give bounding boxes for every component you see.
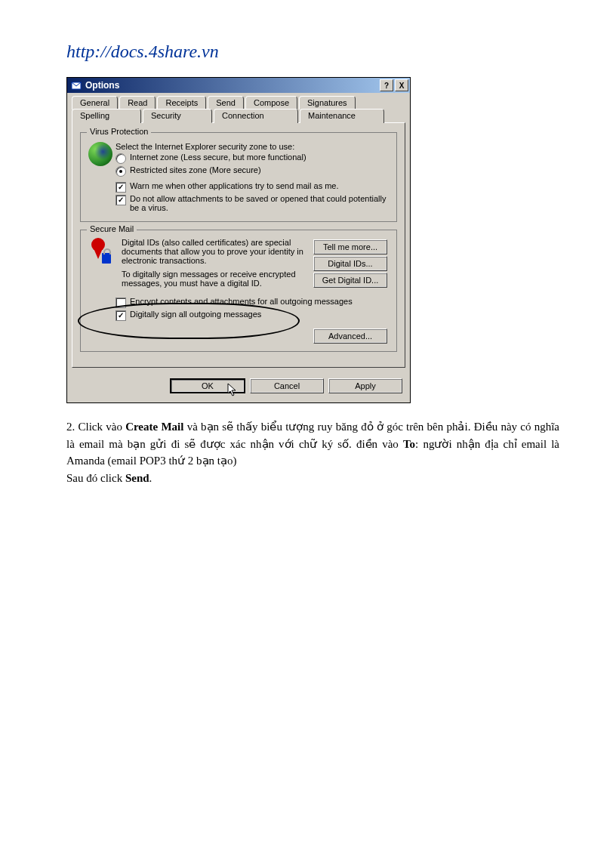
virus-protection-group: Virus Protection Select the Internet Exp…	[80, 132, 397, 222]
get-digital-id-button[interactable]: Get Digital ID...	[313, 273, 387, 288]
cursor-icon	[227, 383, 239, 398]
security-panel: Virus Protection Select the Internet Exp…	[72, 122, 405, 368]
tab-compose[interactable]: Compose	[245, 96, 297, 109]
advanced-button[interactable]: Advanced...	[313, 328, 387, 344]
chk-label: Warn me when other applications try to s…	[130, 181, 339, 190]
cancel-button[interactable]: Cancel	[250, 378, 324, 393]
certificate-icon	[88, 238, 112, 265]
chk-label: Digitally sign all outgoing messages	[130, 310, 261, 319]
digital-ids-button[interactable]: Digital IDs...	[313, 256, 387, 271]
tab-security[interactable]: Security	[143, 109, 212, 123]
options-dialog: Options ? X General Read Receipts Send C…	[66, 77, 411, 403]
checkbox-icon	[116, 310, 126, 321]
radio-internet-zone[interactable]: Internet zone (Less secure, but more fun…	[116, 153, 389, 164]
tab-maintenance[interactable]: Maintenance	[300, 109, 384, 123]
tab-send[interactable]: Send	[208, 96, 244, 109]
chk-warn-apps[interactable]: Warn me when other applications try to s…	[116, 181, 389, 193]
globe-icon	[88, 142, 112, 166]
tab-connection[interactable]: Connection	[214, 109, 298, 123]
tab-general[interactable]: General	[72, 96, 118, 109]
app-icon	[70, 79, 82, 91]
tab-signatures[interactable]: Signatures	[299, 96, 356, 109]
radio-icon	[116, 153, 126, 164]
chk-label: Do not allow attachments to be saved or …	[130, 194, 389, 212]
dialog-buttons: OK Cancel Apply	[67, 372, 410, 402]
chk-digitally-sign[interactable]: Digitally sign all outgoing messages	[116, 310, 389, 321]
tab-spelling[interactable]: Spelling	[72, 109, 141, 123]
dialog-title: Options	[85, 80, 378, 91]
secure-para2: To digitally sign messages or receive en…	[122, 270, 307, 288]
secure-mail-group: Secure Mail Digital IDs (also called cer…	[80, 230, 397, 352]
tab-read[interactable]: Read	[119, 96, 156, 109]
checkbox-icon	[116, 195, 126, 205]
chk-block-attachments[interactable]: Do not allow attachments to be saved or …	[116, 194, 389, 212]
secure-para1: Digital IDs (also called certificates) a…	[122, 238, 307, 265]
checkbox-icon	[116, 182, 126, 193]
ok-button[interactable]: OK	[170, 378, 245, 393]
tab-receipts[interactable]: Receipts	[157, 96, 206, 109]
secure-group-title: Secure Mail	[87, 224, 137, 233]
zone-label: Select the Internet Explorer security zo…	[116, 142, 389, 151]
chk-label: Encrypt contents and attachments for all…	[130, 297, 353, 306]
titlebar: Options ? X	[67, 78, 410, 93]
instruction-text: 2. Click vào Create Mail và bạn sẽ thấy …	[66, 418, 559, 486]
radio-label: Internet zone (Less secure, but more fun…	[130, 153, 306, 162]
virus-group-title: Virus Protection	[87, 127, 151, 136]
radio-icon	[116, 166, 126, 177]
checkbox-icon	[116, 298, 126, 308]
close-button[interactable]: X	[395, 79, 408, 91]
radio-restricted-zone[interactable]: Restricted sites zone (More secure)	[116, 165, 389, 177]
chk-encrypt[interactable]: Encrypt contents and attachments for all…	[116, 297, 389, 308]
radio-label: Restricted sites zone (More secure)	[130, 165, 261, 174]
tab-strip: General Read Receipts Send Compose Signa…	[67, 93, 410, 123]
apply-button[interactable]: Apply	[328, 378, 402, 393]
tell-me-more-button[interactable]: Tell me more...	[313, 239, 387, 254]
watermark-url: http://docs.4share.vn	[66, 42, 559, 62]
help-button[interactable]: ?	[380, 79, 393, 91]
